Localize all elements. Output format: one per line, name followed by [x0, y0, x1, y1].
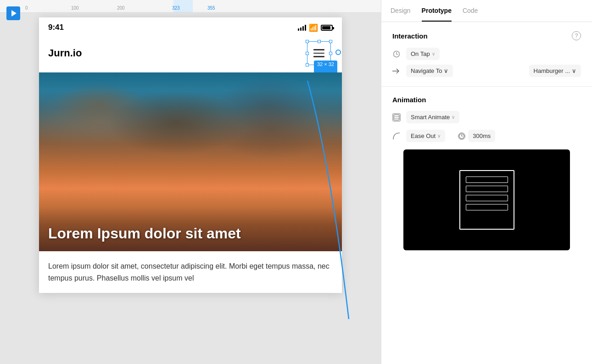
ruler-mark-100: 100 — [71, 6, 79, 11]
canvas-area: 0 100 200 323 355 9:41 📶 — [0, 0, 381, 364]
nav-bar: Jurn.io — [39, 36, 342, 72]
timer-icon — [458, 132, 465, 140]
interaction-title: Interaction — [392, 32, 428, 40]
preview-line-2 — [466, 186, 508, 192]
hero-image: Lorem Ipsum dolor sit amet — [39, 72, 342, 251]
handle-right-mid[interactable] — [329, 52, 332, 55]
interaction-header: Interaction ? — [392, 31, 581, 40]
phone-frame: 9:41 📶 Jurn.io — [39, 17, 342, 293]
status-bar: 9:41 📶 — [39, 17, 342, 36]
destination-dropdown[interactable]: Hamburger ... ∨ — [529, 65, 581, 77]
navigate-to-dropdown[interactable]: Navigate To ∨ — [406, 65, 453, 77]
navigate-to-row: Navigate To ∨ Hamburger ... ∨ — [392, 65, 581, 77]
smart-animate-icon — [392, 113, 401, 121]
phone-canvas: 9:41 📶 Jurn.io — [0, 13, 381, 364]
on-tap-label: On Tap — [411, 50, 430, 57]
preview-component — [459, 170, 514, 230]
help-icon[interactable]: ? — [572, 31, 581, 40]
navigate-to-label: Navigate To — [411, 67, 442, 74]
right-panel: Design Prototype Code Interaction ? On T… — [381, 0, 592, 364]
ruler: 0 100 200 323 355 — [0, 0, 381, 13]
animation-title: Animation — [392, 96, 426, 104]
ruler-mark-200: 200 — [117, 6, 125, 11]
ease-curve-icon — [392, 132, 401, 140]
animation-header: Animation — [392, 96, 581, 104]
smart-animate-row: Smart Animate ∨ — [392, 111, 581, 123]
on-tap-dropdown[interactable]: On Tap ∨ — [406, 48, 440, 60]
animation-preview — [403, 149, 570, 250]
ruler-mark-0: 0 — [25, 6, 28, 11]
ease-out-label: Ease Out — [411, 132, 436, 139]
play-button[interactable] — [6, 6, 20, 20]
tab-design[interactable]: Design — [391, 0, 411, 22]
ruler-mark-323: 323 — [172, 6, 180, 11]
play-triangle-icon — [11, 10, 17, 17]
smart-animate-chevron-icon: ∨ — [452, 115, 455, 120]
wifi-icon: 📶 — [309, 23, 318, 32]
smart-animate-label: Smart Animate — [411, 114, 450, 121]
panel-tabs: Design Prototype Code — [381, 0, 592, 22]
preview-line-1 — [466, 176, 508, 183]
tab-prototype[interactable]: Prototype — [422, 0, 452, 22]
connection-dot[interactable] — [335, 50, 341, 55]
status-time: 9:41 — [48, 23, 64, 32]
interaction-section: Interaction ? On Tap ∨ — [381, 22, 592, 87]
hero-title: Lorem Ipsum dolor sit amet — [48, 225, 241, 242]
battery-icon — [321, 25, 333, 31]
handle-top-left[interactable] — [306, 40, 309, 43]
animation-section: Animation Smart Animate ∨ — [381, 87, 592, 269]
arrow-right-icon — [392, 67, 401, 75]
preview-line-4 — [466, 204, 508, 210]
size-label: 32 × 32 — [314, 61, 337, 73]
ease-out-row: Ease Out ∨ 300ms — [392, 130, 581, 142]
handle-top-right[interactable] — [329, 40, 332, 43]
destination-chevron-icon: ∨ — [572, 67, 576, 74]
cloud-3 — [218, 77, 319, 132]
handle-bottom-left[interactable] — [306, 63, 309, 66]
ruler-mark-355: 355 — [207, 6, 215, 11]
duration-container: 300ms — [458, 130, 495, 142]
ease-out-dropdown[interactable]: Ease Out ∨ — [406, 130, 445, 142]
tab-code[interactable]: Code — [463, 0, 478, 22]
hamburger-selected-container[interactable]: 32 × 32 — [305, 39, 333, 67]
svg-rect-4 — [394, 115, 399, 120]
on-tap-chevron-icon: ∨ — [432, 51, 435, 56]
ease-out-chevron-icon: ∨ — [437, 133, 441, 138]
signal-bars-icon — [298, 25, 306, 31]
smart-animate-dropdown[interactable]: Smart Animate ∨ — [406, 111, 459, 123]
handle-top-mid[interactable] — [318, 40, 321, 43]
clock-icon — [392, 50, 401, 58]
body-text: Lorem ipsum dolor sit amet, consectetur … — [39, 251, 342, 293]
status-icons: 📶 — [298, 23, 333, 32]
duration-button[interactable]: 300ms — [468, 130, 495, 142]
brand-name: Jurn.io — [48, 47, 82, 59]
on-tap-row: On Tap ∨ — [392, 48, 581, 60]
navigate-to-chevron-icon: ∨ — [444, 67, 448, 74]
preview-line-3 — [466, 195, 508, 201]
destination-label: Hamburger ... — [534, 67, 570, 74]
handle-left-mid[interactable] — [306, 52, 309, 55]
